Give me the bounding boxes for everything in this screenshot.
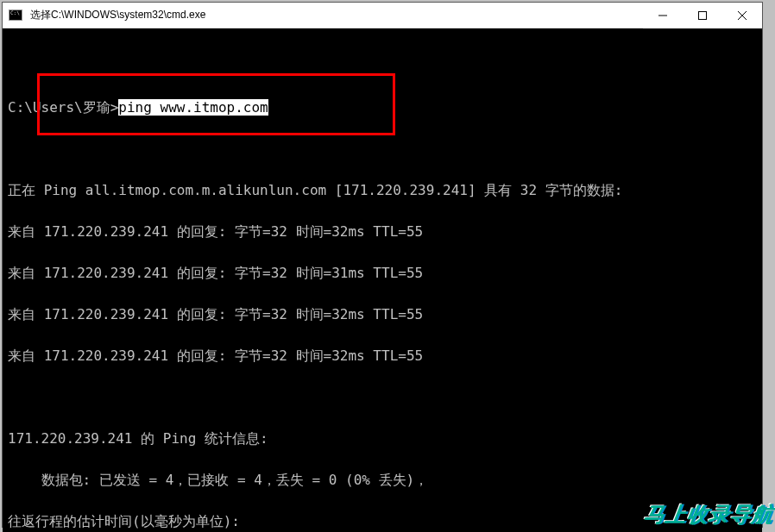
close-button[interactable] xyxy=(722,3,762,28)
blank-line xyxy=(8,391,757,404)
maximize-icon xyxy=(698,11,707,20)
window-title: 选择C:\WINDOWS\system32\cmd.exe xyxy=(28,8,643,22)
terminal-area[interactable]: C:\Users\罗瑜>ping www.itmop.com 正在 Ping a… xyxy=(3,28,762,532)
stats-header: 171.220.239.241 的 Ping 统计信息: xyxy=(8,432,757,446)
maximize-button[interactable] xyxy=(683,3,722,28)
command-text: ping www.itmop.com xyxy=(118,99,268,116)
reply-line: 来自 171.220.239.241 的回复: 字节=32 时间=31ms TT… xyxy=(8,266,757,280)
reply-body: 171.220.239.241 的回复: 字节=32 时间=31ms TTL=5… xyxy=(44,265,424,281)
window-controls xyxy=(643,3,762,28)
reply-body: 171.220.239.241 的回复: 字节=32 时间=32ms TTL=5… xyxy=(44,223,424,240)
prompt-line-1: C:\Users\罗瑜>ping www.itmop.com xyxy=(8,101,757,115)
reply-line: 来自 171.220.239.241 的回复: 字节=32 时间=32ms TT… xyxy=(8,225,757,239)
reply-prefix: 来自 xyxy=(8,265,44,281)
reply-body: 171.220.239.241 的回复: 字节=32 时间=32ms TTL=5… xyxy=(44,306,424,322)
blank-line xyxy=(8,142,757,156)
reply-body: 171.220.239.241 的回复: 字节=32 时间=32ms TTL=5… xyxy=(44,347,424,364)
reply-line: 来自 171.220.239.241 的回复: 字节=32 时间=32ms TT… xyxy=(8,349,757,363)
blank-line xyxy=(8,59,757,73)
titlebar[interactable]: 选择C:\WINDOWS\system32\cmd.exe xyxy=(3,3,762,28)
cmd-window: 选择C:\WINDOWS\system32\cmd.exe C:\U xyxy=(2,2,763,528)
prompt-text: C:\Users\罗瑜> xyxy=(8,99,118,116)
reply-line: 来自 171.220.239.241 的回复: 字节=32 时间=32ms TT… xyxy=(8,308,757,322)
app-icon-box xyxy=(3,3,28,28)
minimize-button[interactable] xyxy=(643,3,683,28)
pinging-line: 正在 Ping all.itmop.com.m.alikunlun.com [1… xyxy=(8,184,757,197)
svg-rect-1 xyxy=(699,11,707,19)
stats-packets: 数据包: 已发送 = 4，已接收 = 4，丢失 = 0 (0% 丢失)， xyxy=(8,473,757,487)
minimize-icon xyxy=(658,11,667,20)
reply-prefix: 来自 xyxy=(8,306,44,322)
cmd-icon xyxy=(9,9,22,21)
close-icon xyxy=(738,11,747,20)
stats-rtt-header: 往返行程的估计时间(以毫秒为单位): xyxy=(8,515,757,529)
reply-prefix: 来自 xyxy=(8,223,44,240)
reply-prefix: 来自 xyxy=(8,347,44,364)
